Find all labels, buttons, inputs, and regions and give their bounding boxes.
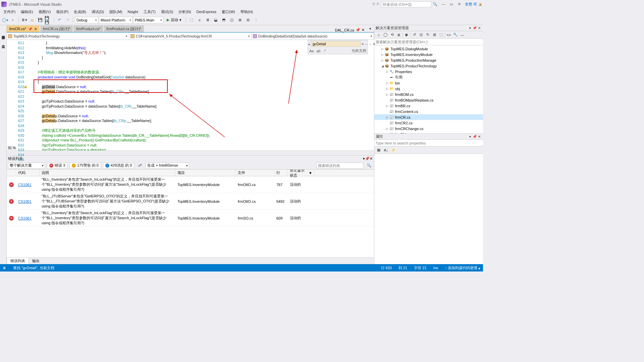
errorlist-search[interactable]: [316, 163, 363, 169]
tree-node[interactable]: ▷📦TopMES.DialogModule: [374, 46, 483, 52]
bottom-tab[interactable]: 错误列表: [7, 257, 29, 264]
notification-icon[interactable]: ▽: [372, 2, 375, 6]
doc-tab[interactable]: frmCR.cs [设计]*: [40, 25, 73, 32]
prop-alpha-button[interactable]: A↓: [383, 147, 389, 153]
menu-item[interactable]: 调试(D): [90, 9, 106, 15]
prop-pin-button[interactable]: 📌: [472, 135, 477, 138]
user-avatar-icon[interactable]: ◪: [478, 2, 482, 6]
solution-tree[interactable]: ▷📦TopMES.DialogModule▷📦TopMES.InventoryM…: [374, 45, 483, 133]
errorlist-pin-button[interactable]: 📌: [365, 157, 370, 161]
error-row[interactable]: ✕CS1061"BLL_Inventory"未包含"Search_InLockF…: [7, 176, 374, 193]
errorlist-scope-combo[interactable]: 整个解决方案: [8, 163, 45, 169]
find-next-button[interactable]: →: [369, 42, 372, 46]
tb-icon-7[interactable]: ⊞: [236, 16, 244, 24]
sol-pending-button[interactable]: 🗎: [396, 32, 402, 38]
find-close-in-icon[interactable]: ✕: [361, 42, 364, 46]
sol-home-button[interactable]: ⌂: [376, 32, 382, 38]
user-label[interactable]: 金慧 何: [465, 2, 477, 7]
menu-item[interactable]: 项目(P): [54, 9, 70, 15]
solution-search-input[interactable]: [374, 39, 483, 45]
sol-btn-b[interactable]: ⊞: [431, 32, 437, 38]
find-scope-label[interactable]: 当前文档: [352, 48, 366, 53]
find-input[interactable]: [311, 41, 361, 47]
prop-categorized-button[interactable]: ▦: [376, 147, 382, 153]
sol-collapse-button[interactable]: ↺: [411, 32, 417, 38]
find-case-toggle[interactable]: Aa: [309, 49, 314, 53]
save-button[interactable]: 💾: [37, 16, 44, 24]
tree-node[interactable]: ◢📦TopMES.ProductTechnology: [374, 63, 483, 69]
doc-tab-right[interactable]: DAL_CR.cs📌✕: [333, 28, 367, 32]
nav-fwd-button[interactable]: ▸: [9, 16, 17, 24]
zoom-level[interactable]: 91 %: [7, 146, 16, 150]
tb-icon-3[interactable]: ≣: [204, 16, 211, 24]
tree-node[interactable]: ▷📦TopMES.InventoryModule: [374, 52, 483, 57]
error-row[interactable]: ✕CS1061"BLL_JTUBServer"未包含"GetERPSO_OTIO…: [7, 193, 374, 210]
nav-back-button[interactable]: ◯◂: [1, 16, 9, 24]
sol-close-button[interactable]: ✕: [477, 26, 482, 30]
menu-item[interactable]: 文件(F): [1, 9, 17, 15]
doc-tab[interactable]: frmProduct.cs [设计]*: [104, 25, 144, 32]
undo-button[interactable]: ↶: [56, 16, 63, 24]
menu-item[interactable]: 生成(B): [72, 9, 88, 15]
warnings-filter-pill[interactable]: !175警告 的 0: [69, 163, 101, 169]
minimize-button[interactable]: —: [441, 2, 446, 6]
startup-project-combo[interactable]: PMES.Main: [133, 17, 163, 23]
tb-icon-6[interactable]: ◫: [228, 16, 235, 24]
find-regex-toggle[interactable]: .*: [323, 49, 326, 53]
sol-btn-a[interactable]: ⊡: [418, 32, 424, 38]
menu-item[interactable]: 编辑(E): [19, 9, 35, 15]
sol-more-button[interactable]: —: [459, 32, 465, 38]
nav-project-combo[interactable]: TopMES.ProductTechnology: [7, 33, 129, 40]
save-all-button[interactable]: 💾💾: [45, 16, 52, 24]
prop-dropdown-button[interactable]: ▾: [468, 135, 472, 138]
menu-item[interactable]: 窗口(W): [220, 9, 237, 15]
menu-item[interactable]: DevExpress: [195, 9, 218, 14]
start-debug-button[interactable]: ▶启动 ▾: [164, 16, 184, 24]
find-expand-icon[interactable]: ▸: [309, 42, 310, 46]
sol-viewcode-button[interactable]: <>: [446, 32, 452, 38]
redo-button[interactable]: ↷: [64, 16, 71, 24]
error-row[interactable]: ✕CS1061"BLL_Inventory"未包含"Search_InLockF…: [7, 210, 374, 227]
sol-refresh-button[interactable]: ↻: [425, 32, 431, 38]
tree-node[interactable]: 📰frmBOMpartReplase.cs: [374, 97, 483, 103]
bottom-tab[interactable]: 输出: [29, 258, 43, 264]
doctabs-overflow-button[interactable]: ▾: [367, 25, 374, 32]
errorlist-close-button[interactable]: ✕: [370, 157, 373, 161]
tb-icon-4[interactable]: ⬓: [212, 16, 219, 24]
close-button[interactable]: ✕: [457, 2, 462, 6]
messages-filter-pill[interactable]: i429消息 的 0: [103, 163, 135, 169]
search-icon[interactable]: 🔍: [433, 2, 437, 6]
tb-icon-8[interactable]: ⊟: [244, 16, 252, 24]
nav-method-combo[interactable]: DoBindingDetailGrid(DataSet dataSource): [252, 33, 374, 40]
sol-showall-button[interactable]: ◉: [404, 32, 410, 38]
tree-node[interactable]: ▷📁obj: [374, 86, 483, 92]
sol-back-button[interactable]: ◯: [382, 32, 388, 38]
code-editor[interactable]: 611612613614615616617618619620◆621622623…: [7, 40, 374, 150]
tree-node[interactable]: 📰frmContent.cs: [374, 109, 483, 114]
find-close-button[interactable]: ✕: [373, 42, 375, 46]
doc-tab[interactable]: frmCR.cs*📌✕: [7, 25, 40, 32]
nav-class-combo[interactable]: CSFrameworkV4_5.ProductTechnology.frmCR: [129, 33, 252, 40]
menu-item[interactable]: 视图(V): [37, 9, 53, 15]
menu-item[interactable]: 工具(T): [142, 9, 158, 15]
sol-dropdown-button[interactable]: ▾: [468, 26, 472, 30]
tree-node[interactable]: ▷📰frmCRChange.cs: [374, 126, 483, 131]
errorlist-filter-icon[interactable]: ☍: [136, 162, 144, 169]
new-project-button[interactable]: 🗎▾: [20, 16, 28, 24]
quick-launch-input[interactable]: [381, 1, 431, 7]
find-prev-button[interactable]: ←: [365, 42, 368, 46]
platform-combo[interactable]: Mixed Platform: [99, 17, 132, 23]
tree-node[interactable]: ▷📰frmBR.cs: [374, 103, 483, 109]
errors-filter-pill[interactable]: ✕错误 3: [47, 163, 67, 169]
prop-close-button[interactable]: ✕: [477, 135, 482, 138]
toolbox-tab[interactable]: 工具箱: [0, 41, 6, 44]
menu-item[interactable]: 分析(N): [176, 9, 193, 15]
tree-node[interactable]: ▷📁bin: [374, 80, 483, 86]
tb-icon-5[interactable]: ⬒: [220, 16, 227, 24]
tb-icon-2[interactable]: ≡: [196, 16, 203, 24]
sol-sync-button[interactable]: ⟲: [389, 32, 395, 38]
find-word-toggle[interactable]: ab: [316, 49, 320, 53]
maximize-button[interactable]: ▭: [449, 2, 454, 6]
menu-item[interactable]: Nsight: [126, 9, 140, 14]
open-button[interactable]: 🗁: [29, 16, 36, 24]
